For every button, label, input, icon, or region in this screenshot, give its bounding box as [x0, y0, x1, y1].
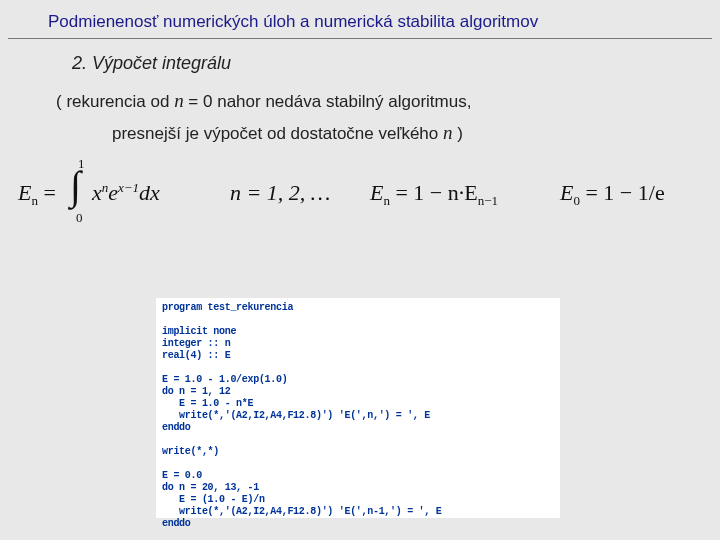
- page-title: Podmienenosť numerických úloh a numerick…: [8, 0, 712, 39]
- code-l13: write(*,*): [162, 446, 219, 457]
- code-l10: write(*,'(A2,I2,A4,F12.8)') 'E(',n,') = …: [162, 410, 430, 421]
- code-l4: integer :: n: [162, 338, 230, 349]
- p2-b: ): [453, 124, 463, 143]
- paragraph-2: presnejší je výpočet od dostatočne veľké…: [0, 112, 720, 144]
- p1-b: = 0 nahor nedáva stabilný algoritmus,: [184, 92, 472, 111]
- integrand-x: x: [92, 180, 102, 205]
- e0: E0 = 1 − 1/e: [560, 180, 665, 209]
- code-l9: E = 1.0 - n*E: [162, 398, 253, 409]
- code-l3: implicit none: [162, 326, 236, 337]
- code-l17: E = (1.0 - E)/n: [162, 494, 265, 505]
- eq1: =: [43, 180, 55, 205]
- int-lo: 0: [76, 210, 83, 226]
- section-heading: 2. Výpočet integrálu: [0, 39, 720, 74]
- rec-n: n: [383, 193, 390, 208]
- title-text: Podmienenosť numerických úloh a numerick…: [48, 12, 538, 31]
- en-lhs: En =: [18, 180, 56, 209]
- code-l8: do n = 1, 12: [162, 386, 230, 397]
- code-l11: enddo: [162, 422, 191, 433]
- code-l15: E = 0.0: [162, 470, 202, 481]
- sym-n: n: [31, 193, 38, 208]
- p2-a: presnejší je výpočet od dostatočne veľké…: [112, 124, 443, 143]
- integrand-dx: dx: [139, 180, 160, 205]
- section-num: 2.: [72, 53, 87, 73]
- p2-n: n: [443, 122, 453, 143]
- recurrence: En = 1 − n·En−1: [370, 180, 498, 209]
- integrand-eexp: x−1: [118, 180, 139, 195]
- code-l7: E = 1.0 - 1.0/exp(1.0): [162, 374, 287, 385]
- code-l1: program test_rekurencia: [162, 302, 293, 313]
- integrand: xnex−1dx: [92, 180, 160, 206]
- math-row: En = 1 ∫ 0 xnex−1dx n = 1, 2, … En = 1 −…: [0, 158, 720, 236]
- code-l19: enddo: [162, 518, 191, 529]
- code-listing: program test_rekurencia implicit none in…: [156, 298, 560, 518]
- p1-a: ( rekurencia od: [56, 92, 174, 111]
- n-range: n = 1, 2, …: [230, 180, 330, 206]
- code-l5: real(4) :: E: [162, 350, 230, 361]
- e0-E: E: [560, 180, 573, 205]
- rec-E: E: [370, 180, 383, 205]
- code-l16: do n = 20, 13, -1: [162, 482, 259, 493]
- integrand-e: e: [108, 180, 118, 205]
- e0-body: = 1 − 1/e: [585, 180, 664, 205]
- section-title: Výpočet integrálu: [92, 53, 231, 73]
- p1-n: n: [174, 90, 184, 111]
- e0-sub: 0: [573, 193, 580, 208]
- code-l18: write(*,'(A2,I2,A4,F12.8)') 'E(',n-1,') …: [162, 506, 441, 517]
- sym-E: E: [18, 180, 31, 205]
- rec-body: = 1 − n·E: [395, 180, 477, 205]
- integral-icon: ∫: [70, 166, 81, 206]
- paragraph-1: ( rekurencia od n = 0 nahor nedáva stabi…: [0, 74, 720, 112]
- rec-sub: n−1: [478, 193, 498, 208]
